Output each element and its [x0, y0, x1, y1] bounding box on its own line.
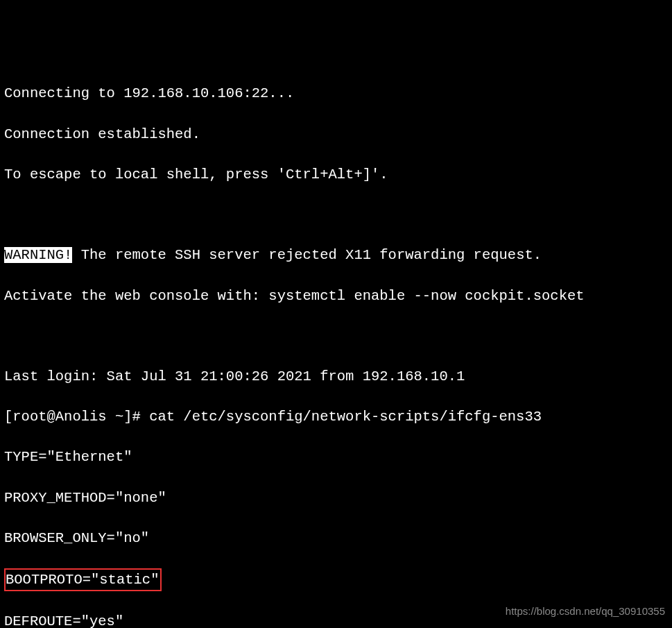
- terminal-line: Connecting to 192.168.10.106:22...: [4, 83, 668, 103]
- blank-line: [4, 326, 668, 346]
- config-line: TYPE="Ethernet": [4, 447, 668, 467]
- terminal-line: To escape to local shell, press 'Ctrl+Al…: [4, 164, 668, 185]
- blank-line: [4, 205, 668, 225]
- config-line: PROXY_METHOD="none": [4, 488, 668, 508]
- watermark: https://blog.csdn.net/qq_30910355: [506, 604, 665, 618]
- warning-text: The remote SSH server rejected X11 forwa…: [72, 247, 542, 263]
- config-line: BROWSER_ONLY="no": [4, 528, 668, 548]
- terminal-line: Connection established.: [4, 124, 668, 144]
- terminal-line: Last login: Sat Jul 31 21:00:26 2021 fro…: [4, 366, 668, 387]
- bootproto-highlight: BOOTPROTO="static": [4, 568, 162, 591]
- terminal-prompt-line: [root@Anolis ~]# cat /etc/sysconfig/netw…: [4, 407, 668, 427]
- terminal-line: WARNING! The remote SSH server rejected …: [4, 245, 668, 265]
- highlighted-config: BOOTPROTO="static": [4, 568, 668, 591]
- terminal-line: Activate the web console with: systemctl…: [4, 286, 668, 306]
- warning-tag: WARNING!: [4, 247, 72, 263]
